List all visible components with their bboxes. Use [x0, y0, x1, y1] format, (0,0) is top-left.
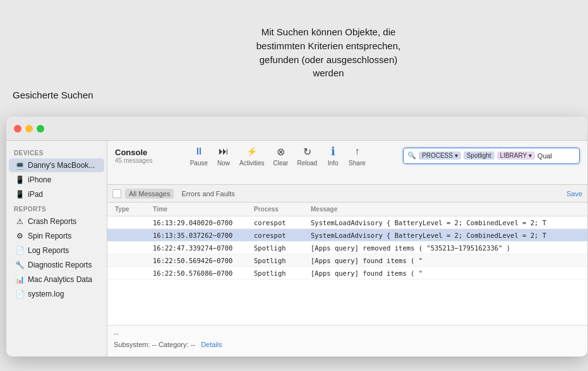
- sidebar-item-iphone-label: iPhone: [28, 175, 51, 184]
- detail-link[interactable]: Details: [201, 341, 222, 348]
- detail-meta: Subsystem: -- Category: -- Details: [114, 341, 581, 348]
- titlebar: [6, 117, 587, 141]
- search-tag-process[interactable]: PROCESS ▾: [419, 151, 461, 160]
- column-headers: Type Time Process Message: [107, 203, 587, 216]
- reload-label: Reload: [297, 160, 317, 167]
- sidebar-item-mac-analytics[interactable]: 📊 Mac Analytics Data: [9, 273, 104, 286]
- sidebar-item-iphone[interactable]: 📱 iPhone: [9, 173, 104, 187]
- console-title-area: Console 45 messages: [115, 148, 152, 164]
- now-icon: ⏭: [217, 144, 231, 158]
- log-cell-process: corespot: [251, 218, 308, 228]
- reports-section-label: Reports: [6, 202, 107, 214]
- log-cell-process: Spotligh: [251, 256, 308, 266]
- log-cell-message: SystemLoadAdvisory { BatteryLevel = 2; C…: [308, 218, 582, 228]
- col-header-time: Time: [150, 204, 251, 215]
- sidebar-item-analytics-label: Mac Analytics Data: [28, 275, 92, 284]
- detail-area: -- Subsystem: -- Category: -- Details: [107, 325, 587, 356]
- log-cell-process: Spotligh: [251, 243, 308, 253]
- search-query-text: Qual: [537, 152, 575, 160]
- filter-tab-errors-faults[interactable]: Errors and Faults: [177, 189, 238, 199]
- reload-button[interactable]: ↻ Reload: [297, 144, 317, 167]
- search-tag-spotlight[interactable]: Spotlight: [464, 151, 495, 160]
- close-button[interactable]: [14, 125, 21, 132]
- log-row[interactable]: 16:22:50.576086−0700 Spotligh [Apps quer…: [107, 267, 587, 280]
- sidebar-item-ipad-label: iPad: [28, 190, 43, 199]
- share-button[interactable]: ↑ Share: [349, 144, 366, 167]
- sidebar-item-diagnostic-reports[interactable]: 🔧 Diagnostic Reports: [9, 258, 104, 272]
- filter-tab-all-messages[interactable]: All Messages: [125, 189, 174, 199]
- log-cell-time: 16:22:50.576086−0700: [150, 268, 251, 278]
- log-cell-message: [Apps query] removed items ( "535213−179…: [308, 243, 582, 253]
- filter-bar: All Messages Errors and Faults Save: [107, 185, 587, 203]
- log-cell-time: 16:22:47.339274−0700: [150, 243, 251, 253]
- log-cell-time: 16:22:50.569426−0700: [150, 256, 251, 266]
- main-content: Console 45 messages ⏸ Pause ⏭ Now: [107, 141, 587, 356]
- toolbar-buttons: ⏸ Pause ⏭ Now ⚡ Activities ⊗: [190, 144, 366, 167]
- sidebar: Devices 💻 Danny's MacBook... 📱 iPhone 📱 …: [6, 141, 107, 356]
- annotation-left: Gesicherte Suchen: [13, 88, 93, 102]
- sidebar-item-diagnostic-label: Diagnostic Reports: [28, 261, 92, 269]
- info-label: Info: [328, 160, 339, 167]
- log-cell-type: [112, 221, 150, 224]
- warning-icon: ⚠: [15, 217, 24, 226]
- pause-label: Pause: [190, 160, 208, 167]
- sidebar-item-system-log[interactable]: 📄 system.log: [9, 287, 104, 301]
- log-row[interactable]: 16:13:29.040020−0700 corespot SystemLoad…: [107, 216, 587, 229]
- save-button[interactable]: Save: [567, 190, 582, 197]
- analytics-icon: 📊: [15, 275, 24, 284]
- activities-label: Activities: [239, 160, 264, 167]
- minimize-button[interactable]: [25, 125, 33, 132]
- sidebar-item-spin-label: Spin Reports: [28, 232, 71, 240]
- share-label: Share: [349, 160, 366, 167]
- console-subtitle: 45 messages: [115, 157, 152, 164]
- main-window: Devices 💻 Danny's MacBook... 📱 iPhone 📱 …: [6, 117, 587, 356]
- clear-button[interactable]: ⊗ Clear: [273, 144, 289, 167]
- search-bar[interactable]: 🔍 PROCESS ▾ Spotlight LIBRARY ▾ Qual: [403, 148, 580, 164]
- sidebar-item-spin-reports[interactable]: ⚙ Spin Reports: [9, 229, 104, 243]
- now-label: Now: [217, 160, 230, 167]
- log-row[interactable]: 16:13:35.037262−0700 corespot SystemLoad…: [107, 229, 587, 242]
- info-button[interactable]: ℹ Info: [326, 144, 340, 167]
- log-row[interactable]: 16:22:47.339274−0700 Spotligh [Apps quer…: [107, 242, 587, 254]
- sidebar-item-macbook-label: Danny's MacBook...: [28, 161, 95, 170]
- detail-dash: --: [114, 329, 581, 338]
- filter-checkbox[interactable]: [112, 189, 121, 198]
- toolbar: Console 45 messages ⏸ Pause ⏭ Now: [107, 141, 587, 185]
- log-cell-type: [112, 259, 150, 262]
- info-icon: ℹ: [326, 144, 340, 158]
- log-cell-type: [112, 272, 150, 274]
- search-tag-library[interactable]: LIBRARY ▾: [497, 151, 535, 160]
- sidebar-item-log-reports[interactable]: 📄 Log Reports: [9, 244, 104, 257]
- detail-subsystem-category: Subsystem: -- Category: --: [114, 341, 195, 348]
- pause-icon: ⏸: [192, 144, 206, 158]
- toolbar-top: Console 45 messages ⏸ Pause ⏭ Now: [115, 144, 580, 167]
- sidebar-item-syslog-label: system.log: [28, 290, 64, 298]
- activities-button[interactable]: ⚡ Activities: [239, 144, 264, 167]
- sidebar-item-ipad[interactable]: 📱 iPad: [9, 187, 104, 201]
- pause-button[interactable]: ⏸ Pause: [190, 144, 208, 167]
- fullscreen-button[interactable]: [37, 125, 44, 132]
- sidebar-item-macbook[interactable]: 💻 Danny's MacBook...: [9, 158, 104, 172]
- share-icon: ↑: [350, 144, 364, 158]
- now-button[interactable]: ⏭ Now: [217, 144, 231, 167]
- diagnostic-icon: 🔧: [15, 261, 24, 269]
- log-row[interactable]: 16:22:50.569426−0700 Spotligh [Apps quer…: [107, 254, 587, 267]
- log-cell-type: [112, 234, 150, 237]
- activities-icon: ⚡: [245, 144, 259, 158]
- sidebar-item-crash-reports[interactable]: ⚠ Crash Reports: [9, 215, 104, 228]
- devices-section-label: Devices: [6, 146, 107, 158]
- traffic-lights: [14, 125, 44, 132]
- log-cell-message: SystemLoadAdvisory { BatteryLevel = 2; C…: [308, 230, 582, 240]
- log-area: 16:13:29.040020−0700 corespot SystemLoad…: [107, 216, 587, 325]
- macbook-icon: 💻: [15, 161, 24, 170]
- iphone-icon: 📱: [15, 175, 24, 184]
- log-icon: 📄: [15, 246, 24, 255]
- log-cell-time: 16:13:35.037262−0700: [150, 230, 251, 240]
- window-body: Devices 💻 Danny's MacBook... 📱 iPhone 📱 …: [6, 141, 587, 356]
- spin-icon: ⚙: [15, 232, 24, 240]
- search-magnifier-icon: 🔍: [407, 151, 416, 160]
- log-cell-message: [Apps query] found items ( ": [308, 256, 582, 266]
- log-cell-process: corespot: [251, 230, 308, 240]
- log-cell-type: [112, 247, 150, 249]
- reload-icon: ↻: [300, 144, 314, 158]
